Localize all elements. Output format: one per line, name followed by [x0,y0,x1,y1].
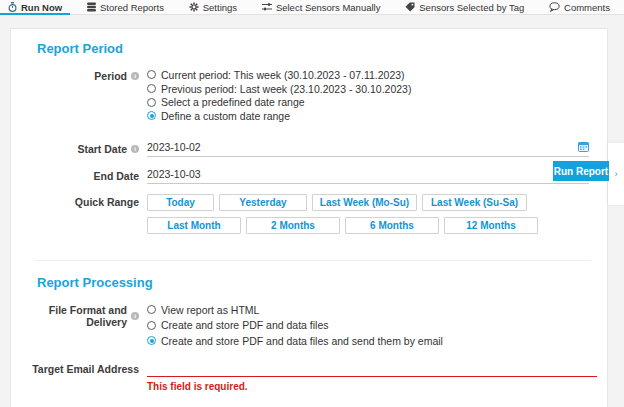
target-email-input[interactable] [147,361,597,373]
quick-range-last-week-mo-su-button[interactable]: Last Week (Mo-Su) [312,194,417,211]
run-report-collapse-rail[interactable]: › [608,143,624,205]
period-label: Period i [11,68,139,82]
start-date-field [147,141,589,157]
end-date-row: End Date [11,168,607,184]
tab-label: Settings [203,2,237,13]
email-required-error: This field is required. [147,381,607,392]
calendar-icon[interactable] [578,141,589,152]
radio-view-html[interactable]: View report as HTML [147,302,607,318]
end-date-field [147,168,589,184]
tab-run-now[interactable]: Run Now [0,0,70,14]
database-icon [87,2,96,12]
tab-label: Sensors Selected by Tag [419,2,524,13]
radio-icon [147,305,156,314]
tag-icon [405,2,415,12]
info-icon[interactable]: i [131,72,139,80]
radio-store-pdf[interactable]: Create and store PDF and data files [147,317,607,333]
tab-label: Stored Reports [100,2,164,13]
quick-range-today-button[interactable]: Today [147,194,214,211]
file-format-row: File Format and Delivery i View report a… [11,302,607,349]
target-email-row: Target Email Address This field is requi… [11,361,607,392]
start-date-input[interactable] [147,141,578,153]
quick-range-row: Quick Range Today Yesterday Last Week (M… [11,194,607,240]
report-period-heading: Report Period [37,41,607,56]
quick-range-last-month-button[interactable]: Last Month [147,217,241,234]
target-email-field [147,361,597,377]
tab-sensors-selected-by-tag[interactable]: Sensors Selected by Tag [397,0,532,14]
report-settings-card: Report Period Period i Current period: T… [10,28,608,407]
target-email-label: Target Email Address [11,361,139,375]
file-format-label: File Format and Delivery i [11,302,139,328]
radio-store-pdf-email[interactable]: Create and store PDF and data files and … [147,333,607,349]
quick-range-yesterday-button[interactable]: Yesterday [219,194,307,211]
chevron-right-icon: › [615,169,618,179]
radio-previous-period[interactable]: Previous period: Last week (23.10.2023 -… [147,82,607,96]
radio-icon [147,111,156,120]
gear-icon [189,2,199,12]
quick-range-6-months-button[interactable]: 6 Months [345,217,439,234]
tab-settings[interactable]: Settings [181,0,245,14]
quick-range-last-week-su-sa-button[interactable]: Last Week (Su-Sa) [422,194,527,211]
tab-bar: Run Now Stored Reports Settings Select S… [0,0,624,15]
period-row: Period i Current period: This week (30.1… [11,68,607,123]
radio-icon [147,336,156,345]
info-icon[interactable]: i [131,145,139,153]
tab-comments[interactable]: Comments [541,0,618,14]
tab-select-sensors-manually[interactable]: Select Sensors Manually [254,0,389,14]
start-date-row: Start Date i [11,141,607,157]
radio-predefined-range[interactable]: Select a predefined date range [147,95,607,109]
tab-stored-reports[interactable]: Stored Reports [79,0,172,14]
quick-range-label: Quick Range [11,194,139,208]
radio-icon [147,70,156,79]
radio-icon [147,321,156,330]
radio-current-period[interactable]: Current period: This week (30.10.2023 - … [147,68,607,82]
quick-range-12-months-button[interactable]: 12 Months [444,217,538,234]
info-icon[interactable]: i [131,312,139,320]
end-date-label: End Date [11,168,139,182]
start-date-label: Start Date i [11,141,139,155]
tab-label: Comments [564,2,610,13]
period-options: Current period: This week (30.10.2023 - … [147,68,607,123]
end-date-input[interactable] [147,168,578,180]
section-divider [35,260,591,261]
tab-label: Run Now [21,2,62,13]
tab-label: Select Sensors Manually [276,2,381,13]
radio-icon [147,84,156,93]
radio-custom-range[interactable]: Define a custom date range [147,109,607,123]
quick-range-2-months-button[interactable]: 2 Months [246,217,340,234]
comment-icon [549,2,560,12]
sliders-icon [262,2,272,12]
radio-icon [147,98,156,107]
file-format-options: View report as HTML Create and store PDF… [147,302,607,349]
run-report-button[interactable]: Run Report [553,161,609,181]
report-processing-heading: Report Processing [37,275,607,290]
stopwatch-icon [8,2,17,12]
